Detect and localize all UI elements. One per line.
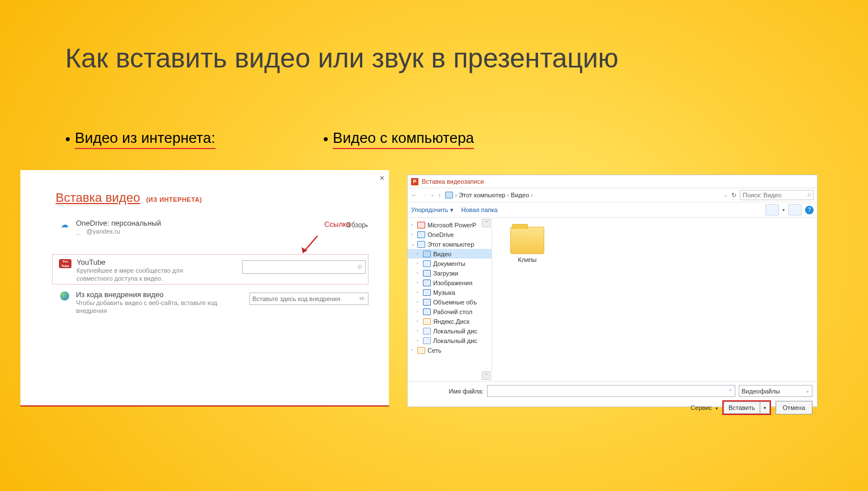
- tree-item[interactable]: ›Объемные объ: [408, 297, 492, 307]
- tree-item-label: Локальный дис: [433, 328, 477, 335]
- tree-item-icon: [423, 328, 431, 335]
- bullet-internet-label: Видео из интернета:: [75, 129, 215, 149]
- chevron-icon: ›: [417, 319, 421, 324]
- tree-item-icon: [423, 251, 431, 257]
- insert-dropdown-button[interactable]: ▾: [760, 401, 770, 414]
- youtube-search-input[interactable]: [242, 260, 366, 274]
- youtube-icon: YouTube: [55, 259, 75, 268]
- file-list-area[interactable]: Клипы: [492, 218, 817, 381]
- tree-item[interactable]: ›Сеть: [408, 345, 492, 355]
- tree-item[interactable]: ›Изображения: [408, 278, 492, 287]
- tree-item-icon: [417, 222, 425, 228]
- nav-up-icon[interactable]: ↑: [438, 192, 442, 198]
- youtube-row[interactable]: YouTube YouTube Крупнейшее в мире сообще…: [52, 254, 369, 285]
- filetype-combobox[interactable]: Видеофайлы ⌄: [739, 385, 812, 397]
- chevron-icon: ›: [417, 338, 421, 343]
- breadcrumb-item[interactable]: Видео: [511, 192, 529, 198]
- nav-forward-icon[interactable]: →: [421, 192, 427, 198]
- embed-row[interactable]: Из кода внедрения видео Чтобы добавить в…: [54, 290, 369, 321]
- breadcrumb[interactable]: › Этот компьютер › Видео ›: [445, 192, 533, 198]
- help-icon[interactable]: ?: [805, 206, 814, 214]
- dialog-title: Вставка видео: [56, 191, 140, 205]
- filename-combobox[interactable]: ⌄: [487, 385, 735, 397]
- folder-icon: [510, 227, 544, 254]
- tree-item[interactable]: ›Локальный дис: [408, 326, 492, 336]
- breadcrumb-item[interactable]: Этот компьютер: [459, 192, 505, 198]
- chevron-icon: ›: [411, 348, 416, 353]
- slide-title: Как вставить видео или звук в презентаци…: [65, 43, 619, 74]
- tree-item-label: Рабочий стол: [433, 308, 472, 315]
- cancel-button[interactable]: Отмена: [776, 401, 812, 414]
- tree-item[interactable]: ›Яндекс.Диск: [408, 316, 492, 326]
- tree-item-label: Изображения: [433, 280, 472, 286]
- refresh-icon[interactable]: ↻: [731, 192, 736, 199]
- tree-item-label: Объемные объ: [433, 299, 477, 306]
- folder-item[interactable]: Клипы: [510, 227, 544, 263]
- tree-item-icon: [423, 337, 431, 344]
- dialog-subtitle: (ИЗ ИНТЕРНЕТА): [146, 196, 202, 203]
- tree-item[interactable]: ⌄Этот компьютер: [408, 239, 492, 249]
- globe-icon: [54, 291, 75, 300]
- insert-button-group: Вставить ▾: [722, 400, 771, 415]
- onedrive-row[interactable]: ☁ OneDrive: персональный _ @yandex.ru Об…: [54, 219, 369, 249]
- window-titlebar: P Вставка видеозаписи: [408, 175, 817, 188]
- chevron-icon: ›: [417, 309, 421, 314]
- scroll-down-icon[interactable]: ˅: [482, 371, 490, 380]
- pc-icon: [445, 192, 453, 198]
- new-folder-button[interactable]: Новая папка: [461, 206, 498, 214]
- tree-item-icon: [423, 308, 431, 315]
- chevron-down-icon: ⌄: [806, 388, 810, 393]
- view-options-button[interactable]: [765, 204, 779, 215]
- nav-recent-icon[interactable]: ⌄: [430, 192, 435, 198]
- chevron-icon: ›: [417, 299, 421, 304]
- insert-video-internet-dialog: × Вставка видео (ИЗ ИНТЕРНЕТА) Ссылка ☁ …: [20, 170, 389, 407]
- tools-button[interactable]: Сервис ▾: [691, 404, 718, 411]
- organize-button[interactable]: Упорядочить ▾: [411, 206, 454, 214]
- tree-item[interactable]: ›Видео: [408, 249, 492, 259]
- chevron-icon: ›: [417, 328, 421, 333]
- nav-back-icon[interactable]: ←: [411, 192, 417, 198]
- chevron-icon: ›: [417, 270, 421, 276]
- close-icon[interactable]: ×: [380, 173, 384, 183]
- folder-tree[interactable]: ˄ ˅ ›Microsoft PowerP›OneDrive⌄Этот комп…: [408, 218, 492, 381]
- powerpoint-app-icon: P: [411, 178, 418, 185]
- embed-subtitle: Чтобы добавить видео с веб-сайта, вставь…: [76, 299, 223, 315]
- preview-pane-button[interactable]: [788, 204, 802, 215]
- chevron-icon: ›: [417, 290, 421, 295]
- insert-button[interactable]: Вставить: [723, 401, 760, 414]
- bullet-dot-icon: •: [65, 130, 70, 148]
- tree-item-icon: [423, 299, 431, 306]
- tree-item-label: Microsoft PowerP: [427, 222, 476, 228]
- bullet-internet-video: • Видео из интернета:: [65, 129, 215, 149]
- search-input[interactable]: [740, 190, 814, 200]
- tree-item[interactable]: ›Microsoft PowerP: [408, 220, 492, 230]
- tree-item[interactable]: ›Локальный дис: [408, 336, 492, 345]
- tree-item-label: OneDrive: [427, 231, 454, 238]
- insert-video-file-dialog: P Вставка видеозаписи ← → ⌄ ↑ › Этот ком…: [407, 175, 818, 407]
- onedrive-title: OneDrive: персональный: [76, 219, 335, 227]
- scroll-up-icon[interactable]: ˄: [482, 219, 490, 227]
- tree-item-label: Яндекс.Диск: [433, 318, 469, 325]
- tree-item[interactable]: ›OneDrive: [408, 230, 492, 239]
- chevron-icon: ›: [411, 232, 416, 237]
- tree-item-icon: [423, 270, 431, 277]
- tree-item[interactable]: ›Документы: [408, 259, 492, 268]
- tree-item[interactable]: ›Загрузки: [408, 268, 492, 278]
- youtube-subtitle: Крупнейшее в мире сообщество для совмест…: [77, 266, 213, 283]
- onedrive-subtitle: _ @yandex.ru: [76, 227, 335, 235]
- dialog-header: Вставка видео (ИЗ ИНТЕРНЕТА): [56, 191, 202, 205]
- tree-item[interactable]: ›Рабочий стол: [408, 307, 492, 316]
- youtube-title: YouTube: [77, 258, 231, 266]
- tree-item-icon: [423, 318, 431, 325]
- browse-button[interactable]: Обзор: [346, 221, 369, 229]
- embed-code-input[interactable]: [249, 293, 369, 305]
- tree-item[interactable]: ›Музыка: [408, 287, 492, 297]
- chevron-icon: ›: [411, 222, 416, 227]
- tree-item-label: Сеть: [427, 347, 441, 354]
- tree-item-icon: [417, 241, 425, 248]
- tree-item-label: Документы: [433, 260, 465, 267]
- tree-item-icon: [417, 347, 425, 354]
- tree-item-label: Загрузки: [433, 270, 458, 277]
- tree-item-icon: [423, 260, 431, 267]
- chevron-icon: ›: [417, 261, 421, 266]
